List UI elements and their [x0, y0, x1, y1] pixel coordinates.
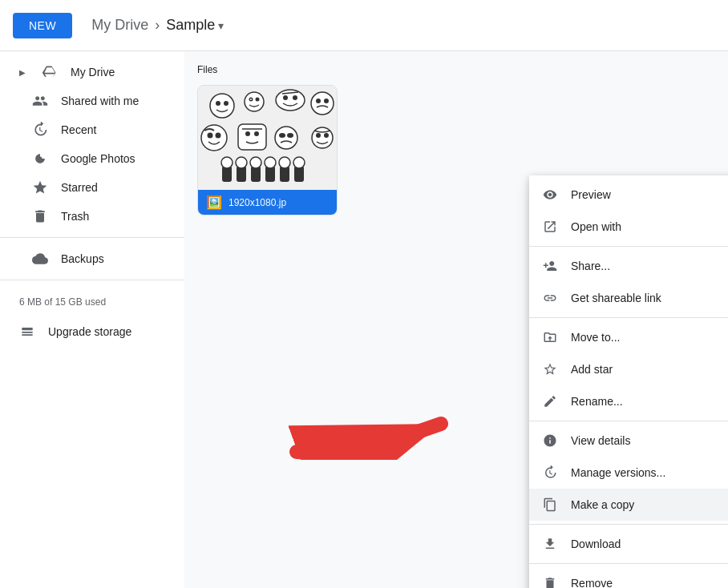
person-add-icon	[542, 258, 558, 274]
breadcrumb-chevron-icon: ▾	[218, 19, 224, 32]
drive-icon	[42, 64, 58, 80]
svg-point-16	[201, 125, 227, 151]
sidebar-item-google-photos-label: Google Photos	[61, 152, 135, 165]
menu-manage-versions-label: Manage versions...	[571, 466, 728, 479]
upgrade-storage-label: Upgrade storage	[48, 325, 131, 338]
sidebar-item-trash[interactable]: Trash	[0, 202, 178, 231]
sidebar-item-starred-label: Starred	[61, 181, 98, 194]
sidebar-item-my-drive[interactable]: ▶ My Drive	[0, 58, 178, 87]
menu-item-manage-versions[interactable]: Manage versions...	[529, 457, 728, 489]
menu-remove-label: Remove	[571, 577, 728, 588]
menu-item-add-star[interactable]: Add star	[529, 353, 728, 385]
file-footer: 🖼️ 1920x1080.jp	[198, 190, 337, 215]
svg-point-24	[279, 133, 285, 138]
sidebar-item-recent[interactable]: Recent	[0, 115, 178, 144]
menu-item-preview[interactable]: Preview	[529, 179, 728, 211]
menu-item-move-to[interactable]: Move to...	[529, 321, 728, 353]
open-with-icon	[542, 219, 558, 235]
svg-point-25	[287, 133, 293, 138]
history-icon	[542, 465, 558, 481]
menu-add-star-label: Add star	[571, 363, 728, 376]
sidebar-item-backups-label: Backups	[61, 252, 104, 265]
svg-rect-19	[238, 124, 266, 150]
file-item[interactable]: 🖼️ 1920x1080.jp	[197, 85, 338, 215]
svg-point-34	[250, 157, 261, 168]
sidebar-item-shared-label: Shared with me	[61, 95, 139, 107]
svg-point-32	[236, 157, 247, 168]
file-name-label: 1920x1080.jp	[229, 197, 286, 208]
menu-item-open-with[interactable]: Open with ›	[529, 211, 728, 243]
svg-point-38	[279, 157, 290, 168]
pencil-icon	[542, 393, 558, 409]
svg-point-8	[250, 99, 252, 100]
menu-get-link-label: Get shareable link	[571, 292, 728, 304]
svg-point-14	[316, 99, 321, 103]
new-button[interactable]: NEW	[13, 13, 72, 38]
file-type-icon: 🖼️	[206, 195, 222, 210]
svg-point-36	[265, 157, 276, 168]
cloud-icon	[32, 251, 48, 267]
svg-point-21	[254, 131, 259, 136]
context-menu: Preview Open with › Share...	[529, 175, 728, 588]
red-arrow	[289, 396, 473, 460]
svg-point-17	[208, 133, 213, 139]
clock-icon	[32, 122, 48, 138]
svg-point-13	[311, 92, 334, 115]
menu-divider-3	[529, 421, 728, 421]
file-thumbnail	[198, 86, 338, 190]
sidebar-divider-2	[0, 280, 184, 280]
breadcrumb-root[interactable]: My Drive	[91, 17, 148, 34]
files-section-label: Files	[197, 64, 715, 75]
svg-point-28	[324, 133, 329, 138]
breadcrumb-current[interactable]: Sample ▾	[166, 17, 224, 34]
menu-item-view-details[interactable]: View details	[529, 425, 728, 457]
people-icon	[32, 93, 48, 109]
breadcrumb-current-label: Sample	[166, 17, 215, 34]
menu-divider-2	[529, 317, 728, 318]
sidebar-divider	[0, 237, 184, 238]
sidebar-item-upgrade-storage[interactable]: Upgrade storage	[0, 317, 184, 346]
link-icon	[542, 290, 558, 306]
download-icon	[542, 536, 558, 552]
menu-divider-4	[529, 524, 728, 525]
sidebar-item-starred[interactable]: Starred	[0, 173, 178, 202]
svg-point-40	[293, 157, 305, 168]
sidebar: ▶ My Drive Shared with me Recent Goo	[0, 51, 184, 588]
svg-point-10	[283, 95, 288, 100]
header: NEW My Drive › Sample ▾	[0, 0, 728, 51]
eye-icon	[542, 187, 558, 203]
menu-item-rename[interactable]: Rename...	[529, 385, 728, 417]
svg-point-3	[216, 101, 220, 106]
menu-item-remove[interactable]: Remove	[529, 567, 728, 588]
storage-info: 6 MB of 15 GB used	[0, 287, 184, 317]
menu-share-label: Share...	[571, 260, 728, 272]
storage-icon	[19, 324, 35, 340]
menu-download-label: Download	[571, 538, 728, 550]
svg-point-27	[316, 133, 321, 138]
sidebar-item-google-photos[interactable]: Google Photos	[0, 144, 178, 173]
svg-point-20	[245, 131, 250, 136]
trash-nav-icon	[32, 208, 48, 224]
svg-point-18	[216, 133, 221, 139]
menu-divider-1	[529, 246, 728, 247]
sidebar-item-my-drive-label: My Drive	[71, 66, 115, 79]
sidebar-item-shared-with-me[interactable]: Shared with me	[0, 87, 178, 115]
copy-icon	[542, 497, 558, 513]
menu-item-download[interactable]: Download	[529, 528, 728, 560]
menu-make-copy-label: Make a copy	[571, 498, 728, 511]
sidebar-item-backups[interactable]: Backups	[0, 244, 178, 273]
svg-point-30	[221, 157, 233, 168]
breadcrumb-separator: ›	[155, 17, 160, 34]
svg-point-2	[210, 94, 234, 118]
menu-item-share[interactable]: Share...	[529, 250, 728, 282]
svg-point-15	[324, 99, 329, 103]
menu-open-with-label: Open with	[571, 220, 728, 233]
menu-item-make-copy[interactable]: Make a copy	[529, 489, 728, 521]
svg-point-7	[256, 98, 260, 102]
menu-item-get-link[interactable]: Get shareable link	[529, 282, 728, 314]
storage-text: 6 MB of 15 GB used	[19, 296, 106, 308]
svg-point-4	[224, 101, 229, 106]
menu-rename-label: Rename...	[571, 395, 728, 408]
menu-divider-5	[529, 563, 728, 564]
svg-point-11	[293, 95, 297, 100]
